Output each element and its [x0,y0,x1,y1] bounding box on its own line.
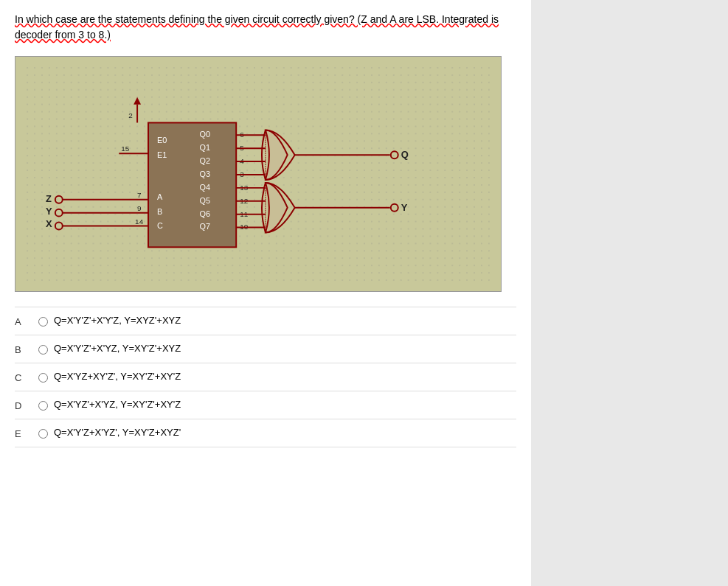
svg-text:C: C [157,222,163,231]
content-area: In which case are the statements definin… [0,0,531,586]
option-D-text: Q=X'YZ'+X'YZ, Y=XY'Z'+XY'Z [54,399,181,410]
svg-text:Q4: Q4 [200,183,211,192]
option-D-radio[interactable] [38,401,48,411]
option-B: B Q=X'Y'Z'+X'YZ, Y=XY'Z'+XYZ [15,335,516,363]
svg-text:Q3: Q3 [200,170,211,178]
svg-text:7: 7 [137,191,142,199]
answer-section: A Q=X'Y'Z'+X'Y'Z, Y=XYZ'+XYZ B Q=X'Y'Z'+… [15,307,516,447]
svg-text:Y: Y [401,202,408,213]
svg-text:Q0: Q0 [200,130,211,139]
svg-text:A: A [157,192,163,201]
option-D: D Q=X'YZ'+X'YZ, Y=XY'Z'+XY'Z [15,391,516,419]
svg-text:14: 14 [135,217,144,226]
option-B-radio[interactable] [38,345,48,355]
circuit-diagram: E0 E1 A B C Q0 Q1 Q2 Q3 Q4 Q5 Q6 Q7 6 5 … [15,56,502,292]
option-A-text: Q=X'Y'Z'+X'Y'Z, Y=XYZ'+XYZ [54,315,181,326]
svg-text:E0: E0 [157,136,167,144]
svg-text:Z: Z [46,193,52,204]
svg-text:2: 2 [128,111,133,119]
option-A: A Q=X'Y'Z'+X'Y'Z, Y=XYZ'+XYZ [15,307,516,335]
circuit-svg: E0 E1 A B C Q0 Q1 Q2 Q3 Q4 Q5 Q6 Q7 6 5 … [23,64,493,284]
svg-text:B: B [157,207,162,216]
svg-text:Q6: Q6 [200,209,211,218]
option-E-radio[interactable] [38,429,48,439]
svg-text:Q5: Q5 [200,196,211,205]
svg-text:Q1: Q1 [200,143,211,152]
svg-text:Q: Q [401,149,409,160]
svg-text:Y: Y [46,206,52,217]
option-A-radio[interactable] [38,317,48,327]
option-E: E Q=X'Y'Z+X'YZ', Y=XY'Z+XYZ' [15,419,516,447]
option-E-letter: E [15,427,32,439]
option-B-letter: B [15,343,32,355]
option-D-letter: D [15,399,32,411]
option-C: C Q=X'YZ+XY'Z', Y=XY'Z'+XY'Z [15,363,516,391]
svg-text:Q7: Q7 [200,222,211,231]
right-panel [531,0,728,586]
option-C-radio[interactable] [38,373,48,383]
question-text: In which case are the statements definin… [15,12,516,43]
option-C-text: Q=X'YZ+XY'Z', Y=XY'Z'+XY'Z [54,371,181,382]
option-E-text: Q=X'Y'Z+X'YZ', Y=XY'Z+XYZ' [54,427,181,438]
option-A-letter: A [15,315,32,327]
svg-text:E1: E1 [157,150,167,159]
svg-text:9: 9 [137,204,142,212]
main-container: In which case are the statements definin… [0,0,728,586]
svg-text:15: 15 [121,144,130,153]
svg-text:Q2: Q2 [200,156,211,165]
option-B-text: Q=X'Y'Z'+X'YZ, Y=XY'Z'+XYZ [54,343,181,354]
option-C-letter: C [15,371,32,383]
svg-text:X: X [46,218,52,229]
